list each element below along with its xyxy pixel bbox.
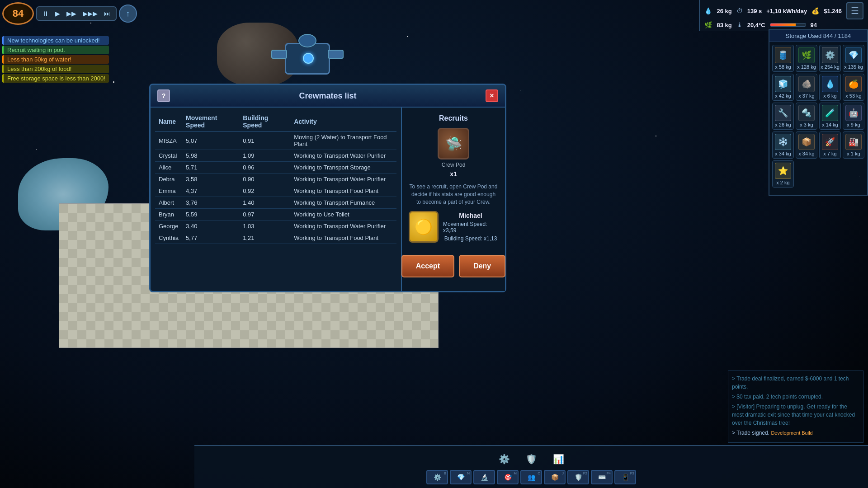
- table-row[interactable]: Cynthia 5,77 1,21 Working to Transport F…: [155, 232, 396, 244]
- tool-btn-m[interactable]: 🎯M: [497, 470, 519, 484]
- crew-movement: 5,71: [182, 162, 239, 174]
- storage-item-amount: x 254 kg: [821, 64, 840, 70]
- tool-btn-c[interactable]: 👥C: [520, 470, 542, 484]
- notification-item: Less than 50kg of water!: [2, 55, 109, 64]
- tool-btn-f4[interactable]: ⌨️F4: [591, 470, 613, 484]
- fast-button[interactable]: ▶▶: [65, 9, 78, 18]
- storage-item: ⚙️ x 254 kg: [819, 45, 841, 72]
- storage-item: 💧 x 6 kg: [819, 74, 841, 101]
- crew-pod-label: Crew Pod: [442, 162, 466, 168]
- accept-button[interactable]: Accept: [401, 255, 454, 277]
- storage-item: 🏭 x 1 kg: [843, 131, 864, 159]
- tool-btn-research[interactable]: 🔬: [473, 470, 495, 484]
- storage-item: 🧊 x 42 kg: [772, 74, 794, 101]
- recruit-name: Michael: [459, 212, 482, 219]
- storage-item: 🍊 x 53 kg: [843, 74, 864, 101]
- crew-movement: 3,40: [182, 221, 239, 232]
- storage-item-icon: 📦: [798, 134, 815, 150]
- table-row[interactable]: George 3,40 1,03 Working to Transport Wa…: [155, 221, 396, 232]
- storage-item-amount: x 53 kg: [845, 93, 861, 99]
- col-name: Name: [155, 112, 182, 131]
- storage-item-icon: 💧: [822, 76, 838, 92]
- crew-movement: 3,76: [182, 197, 239, 209]
- toolbar-bottom: ⚙️B 💎N 🔬 🎯M 👥C 📦J 🛡️F2 ⌨️F4 📱F3: [426, 470, 636, 484]
- crew-name: George: [155, 221, 182, 232]
- table-row[interactable]: Alice 5,71 0,96 Working to Transport Sto…: [155, 162, 396, 174]
- speed-arrow-button[interactable]: ↑: [119, 5, 137, 23]
- storage-item-icon: 🤖: [845, 105, 862, 121]
- trade-signed: > Trade signed.: [732, 430, 769, 436]
- crew-building: 0,97: [239, 209, 290, 221]
- storage-item-amount: x 9 kg: [847, 122, 860, 127]
- storage-item: 🌿 x 128 kg: [796, 45, 817, 72]
- star: [181, 54, 181, 55]
- star: [36, 149, 37, 150]
- storage-item-icon: 🔩: [798, 105, 815, 121]
- chat-log: > Trade deal finalized, earned $-6000 an…: [728, 371, 863, 443]
- pause-button[interactable]: ⏸: [41, 9, 51, 18]
- table-row[interactable]: Bryan 5,59 0,97 Working to Use Toilet: [155, 209, 396, 221]
- deny-button[interactable]: Deny: [459, 255, 505, 277]
- table-row[interactable]: Albert 3,76 1,40 Working to Transport Fu…: [155, 197, 396, 209]
- storage-item-icon: 🏭: [845, 134, 862, 150]
- storage-item: 🔧 x 26 kg: [772, 103, 794, 130]
- storage-item: 💎 x 135 kg: [843, 45, 864, 72]
- chat-entry: > Trade deal finalized, earned $-6000 an…: [732, 375, 859, 391]
- storage-item-amount: x 34 kg: [798, 151, 814, 156]
- close-button[interactable]: ×: [486, 89, 498, 102]
- storage-item: 📦 x 34 kg: [796, 131, 817, 159]
- tool-btn-n[interactable]: 💎N: [450, 470, 472, 484]
- crew-name: Cynthia: [155, 232, 182, 244]
- crew-movement: 3,58: [182, 174, 239, 185]
- storage-item-icon: 🍊: [845, 76, 862, 92]
- recruit-building: Building Speed: x1,13: [444, 235, 497, 242]
- col-movement: Movement Speed: [182, 112, 239, 131]
- toolbar-gear-icon[interactable]: ⚙️: [495, 450, 513, 468]
- crewmates-dialog: ? Crewmates list × Name Movement Speed B…: [149, 84, 506, 292]
- table-row[interactable]: MISZA 5,07 0,91 Moving (2 Water) to Tran…: [155, 131, 396, 150]
- space-station: [267, 25, 348, 88]
- storage-item-icon: 🔧: [775, 105, 791, 121]
- storage-item-amount: x 6 kg: [823, 93, 836, 99]
- table-row[interactable]: Emma 4,37 0,92 Working to Transport Food…: [155, 185, 396, 197]
- notification-item: Free storage space is less than 2000!: [2, 74, 109, 83]
- recruit-description: To see a recruit, open Crew Pod and deci…: [409, 183, 498, 206]
- tool-btn-j[interactable]: 📦J: [544, 470, 566, 484]
- storage-item-icon: 🧪: [822, 105, 838, 121]
- crew-movement: 5,98: [182, 150, 239, 162]
- crew-building: 1,09: [239, 150, 290, 162]
- tool-btn-b[interactable]: ⚙️B: [426, 470, 448, 484]
- ffwd-button[interactable]: ⏭: [102, 9, 112, 18]
- toolbar-shield-icon[interactable]: 🛡️: [522, 450, 540, 468]
- crew-table: Name Movement Speed Building Speed Activ…: [155, 112, 396, 244]
- play-button[interactable]: ▶: [53, 9, 62, 18]
- storage-item: ❄️ x 34 kg: [772, 131, 794, 159]
- table-row[interactable]: Crystal 5,98 1,09 Working to Transport W…: [155, 150, 396, 162]
- crew-activity: Working to Transport Water Purifier: [290, 174, 396, 185]
- table-row[interactable]: Debra 3,58 0,90 Working to Transport Wat…: [155, 174, 396, 185]
- crew-name: MISZA: [155, 131, 182, 150]
- bottom-toolbar: ⚙️ 🛡️ 📊 ⚙️B 💎N 🔬 🎯M 👥C 📦J 🛡️F2 ⌨️F4 📱F: [194, 445, 868, 488]
- crew-activity: Working to Transport Water Purifier: [290, 150, 396, 162]
- faster-button[interactable]: ▶▶▶: [81, 9, 99, 18]
- crew-name: Debra: [155, 174, 182, 185]
- storage-item-amount: x 14 kg: [822, 122, 838, 127]
- crew-tbody: MISZA 5,07 0,91 Moving (2 Water) to Tran…: [155, 131, 396, 244]
- crew-activity: Working to Transport Water Purifier: [290, 221, 396, 232]
- dialog-header: ? Crewmates list ×: [151, 85, 505, 108]
- crew-building: 0,90: [239, 174, 290, 185]
- storage-item: 🧪 x 14 kg: [819, 103, 841, 130]
- toolbar-chart-icon[interactable]: 📊: [549, 450, 567, 468]
- crew-activity: Working to Use Toilet: [290, 209, 396, 221]
- crew-name: Crystal: [155, 150, 182, 162]
- playback-controls[interactable]: ⏸ ▶ ▶▶ ▶▶▶ ⏭: [36, 6, 117, 21]
- help-button[interactable]: ?: [157, 89, 170, 102]
- tool-btn-f2[interactable]: 🛡️F2: [567, 470, 589, 484]
- crew-pod-icon: 🛸: [438, 128, 469, 160]
- tool-btn-f3[interactable]: 📱F3: [614, 470, 636, 484]
- crew-building: 0,96: [239, 162, 290, 174]
- storage-item-icon: ⭐: [775, 163, 791, 179]
- storage-item-amount: x 58 kg: [775, 64, 791, 70]
- star: [113, 81, 114, 83]
- recruits-title: Recruits: [439, 114, 468, 122]
